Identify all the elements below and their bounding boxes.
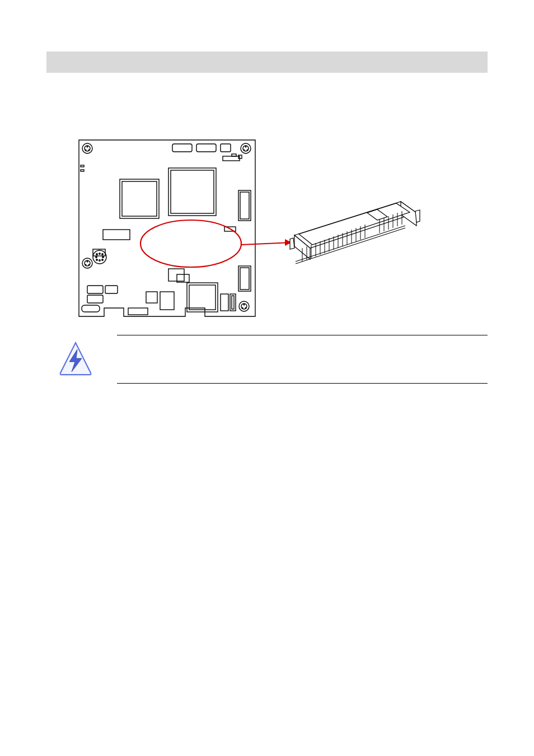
svg-point-60 <box>102 259 103 260</box>
svg-point-14 <box>87 261 88 262</box>
svg-rect-27 <box>196 144 216 152</box>
svg-point-15 <box>239 301 249 311</box>
svg-point-3 <box>88 150 90 151</box>
svg-point-13 <box>88 264 90 265</box>
electrical-warning-icon <box>56 339 95 379</box>
svg-rect-28 <box>221 144 231 152</box>
svg-rect-42 <box>221 294 228 311</box>
svg-rect-46 <box>87 295 103 303</box>
svg-rect-37 <box>103 230 130 240</box>
svg-rect-30 <box>232 154 236 156</box>
svg-rect-48 <box>128 308 148 315</box>
svg-rect-23 <box>122 181 157 216</box>
svg-rect-66 <box>82 305 100 312</box>
svg-point-12 <box>85 264 86 265</box>
svg-rect-47 <box>105 286 118 293</box>
connector-detail <box>290 202 420 264</box>
svg-point-61 <box>96 259 97 260</box>
svg-point-55 <box>96 256 97 258</box>
svg-point-57 <box>99 253 100 254</box>
figure-svg <box>71 137 462 322</box>
svg-rect-64 <box>81 170 84 171</box>
svg-rect-49 <box>160 292 174 310</box>
svg-rect-25 <box>171 170 214 213</box>
svg-rect-45 <box>87 286 103 293</box>
svg-point-4 <box>87 146 88 147</box>
svg-rect-24 <box>168 168 216 216</box>
svg-rect-26 <box>172 144 192 152</box>
svg-point-58 <box>99 260 100 261</box>
svg-point-18 <box>245 307 246 309</box>
svg-point-9 <box>245 146 246 147</box>
svg-rect-50 <box>146 292 157 303</box>
svg-point-56 <box>102 256 104 258</box>
svg-point-0 <box>82 143 92 153</box>
svg-rect-41 <box>189 285 216 310</box>
svg-point-8 <box>247 150 248 151</box>
callout-arrow <box>241 239 292 246</box>
svg-rect-22 <box>120 179 159 218</box>
svg-point-62 <box>102 254 103 255</box>
svg-point-7 <box>243 150 245 151</box>
svg-point-54 <box>93 250 106 264</box>
svg-point-19 <box>243 304 245 305</box>
svg-line-67 <box>241 242 292 245</box>
figure <box>71 137 462 322</box>
page <box>0 0 534 756</box>
svg-rect-44 <box>232 296 234 309</box>
svg-rect-65 <box>81 165 84 167</box>
svg-point-5 <box>241 143 251 153</box>
svg-rect-29 <box>223 156 240 161</box>
svg-rect-33 <box>240 192 249 219</box>
horizontal-rule-bottom <box>117 383 488 384</box>
svg-rect-38 <box>168 269 184 281</box>
svg-point-2 <box>85 150 86 151</box>
horizontal-rule-top <box>117 335 488 335</box>
svg-point-59 <box>96 254 97 255</box>
svg-point-17 <box>242 307 243 309</box>
svg-rect-40 <box>187 283 218 312</box>
callout-oval <box>140 220 241 267</box>
svg-rect-31 <box>238 155 242 158</box>
svg-point-10 <box>82 258 92 268</box>
svg-rect-43 <box>230 294 236 311</box>
svg-rect-35 <box>240 268 249 290</box>
header-band <box>46 52 488 73</box>
